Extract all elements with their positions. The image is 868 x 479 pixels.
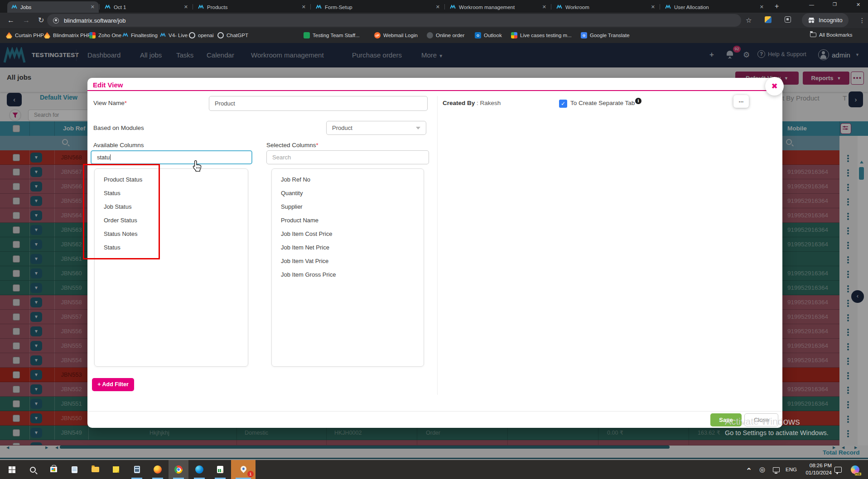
- selected-column-item[interactable]: Job Item Vat Price: [272, 254, 424, 268]
- modal-footer-divider: [87, 411, 782, 412]
- taskbar-edge-icon[interactable]: [189, 460, 209, 479]
- cpanel-icon: cP: [374, 32, 381, 38]
- tray-onedrive-icon[interactable]: ◎: [759, 460, 765, 479]
- windows-taskbar: 1 ⌃ ◎ ENG 08:26 PM01/10/2024 PRE: [0, 460, 868, 479]
- info-icon[interactable]: i: [635, 98, 641, 104]
- tab-close-icon[interactable]: ✕: [651, 4, 655, 10]
- taskbar-firefox-icon[interactable]: [148, 460, 168, 479]
- tray-network-icon[interactable]: [773, 460, 780, 479]
- window-close-button[interactable]: ✕: [856, 2, 860, 8]
- bookmark-webmail-login[interactable]: cPWebmail Login: [374, 32, 418, 38]
- taskbar-file-explorer-icon[interactable]: [85, 460, 105, 479]
- start-button[interactable]: [2, 460, 22, 479]
- app-notification-badge: 1: [247, 471, 254, 477]
- bookmark-outlook[interactable]: OOutlook: [475, 32, 502, 38]
- tray-copilot-icon[interactable]: PRE: [851, 460, 859, 479]
- tray-language[interactable]: ENG: [786, 460, 797, 479]
- outlook-icon: O: [475, 32, 481, 38]
- bookmark-label: Finaltesting: [131, 33, 158, 38]
- extensions-puzzle-icon[interactable]: [785, 16, 791, 23]
- selected-column-item[interactable]: Supplier: [272, 200, 424, 214]
- add-filter-button[interactable]: + Add Filter: [92, 378, 134, 391]
- tray-chevron-icon[interactable]: ⌃: [746, 460, 752, 479]
- wave-favicon: [105, 4, 111, 10]
- tab-close-icon[interactable]: ✕: [302, 4, 306, 10]
- bookmark-v4-live[interactable]: V4- Live: [160, 32, 188, 38]
- bookmark-star-icon[interactable]: ☆: [746, 16, 752, 25]
- taskbar-notepad-icon[interactable]: [64, 460, 84, 479]
- tracking-protection-icon[interactable]: [53, 18, 59, 24]
- tab-title: Oct 1: [114, 5, 179, 10]
- tab-close-icon[interactable]: ✕: [436, 4, 440, 10]
- window-minimize-button[interactable]: —: [809, 2, 814, 7]
- bookmark-label: Online order: [436, 33, 464, 38]
- bookmark-testing-team-staff[interactable]: Testing Team Staff...: [304, 32, 360, 38]
- new-tab-button[interactable]: +: [775, 2, 779, 10]
- selected-column-item[interactable]: Product Name: [272, 214, 424, 227]
- taskbar-sticky-notes-icon[interactable]: [106, 460, 126, 479]
- taskbar-test-app-icon[interactable]: [210, 460, 230, 479]
- taskbar-search-icon[interactable]: [23, 460, 43, 479]
- browser-tab-workroom[interactable]: Workroom✕: [552, 1, 659, 13]
- tab-title: Workroom: [565, 5, 646, 10]
- bookmark-live-cases-testing-m[interactable]: Live cases testing m...: [511, 32, 572, 38]
- sheets-icon: [304, 32, 310, 38]
- browser-tab-jobs[interactable]: Jobs✕: [7, 1, 99, 13]
- mouse-cursor: [192, 160, 202, 174]
- window-restore-button[interactable]: ❐: [833, 2, 837, 7]
- bookmark-chatgpt[interactable]: ChatGPT: [217, 32, 248, 38]
- forward-button[interactable]: →: [23, 16, 30, 25]
- taskbar-orange-app-icon[interactable]: 1: [231, 460, 256, 479]
- browser-tab-form-setup[interactable]: Form-Setup✕: [312, 1, 444, 13]
- edit-view-modal: Edit View ✖ View Name* Product Created B…: [87, 78, 782, 428]
- tray-clock[interactable]: 08:26 PM01/10/2024: [805, 462, 832, 476]
- bookmark-label: Google Translate: [590, 33, 630, 38]
- module-select[interactable]: Product: [326, 121, 426, 135]
- taskbar-chrome-icon[interactable]: [169, 460, 188, 479]
- selected-column-item[interactable]: Job Ref No: [272, 173, 424, 187]
- tray-date: 01/10/2024: [805, 469, 832, 476]
- wave-favicon: [198, 4, 204, 10]
- tab-close-icon[interactable]: ✕: [542, 4, 546, 10]
- bookmark-blindmatrix-php[interactable]: Blindmatrix PHP: [44, 32, 91, 38]
- flame-icon: [6, 32, 12, 38]
- chrome-menu-icon[interactable]: ⋮: [859, 16, 865, 25]
- selected-column-item[interactable]: Job Item Cost Price: [272, 227, 424, 241]
- bookmark-openai[interactable]: openai: [189, 32, 214, 38]
- separate-tab-label: To Create Separate Tab: [570, 96, 635, 110]
- extension-icon[interactable]: [765, 16, 772, 23]
- separate-tab-checkbox[interactable]: ✓: [559, 100, 567, 108]
- tab-close-icon[interactable]: ✕: [184, 4, 188, 10]
- reload-button[interactable]: ↻: [38, 16, 44, 25]
- modal-more-button[interactable]: ...: [733, 95, 749, 108]
- tray-notifications-icon[interactable]: [834, 460, 842, 479]
- all-bookmarks-button[interactable]: All Bookmarks: [810, 32, 853, 38]
- taskbar-store-icon[interactable]: [43, 460, 63, 479]
- modal-close-button[interactable]: ✖: [765, 77, 784, 96]
- back-button[interactable]: ←: [7, 16, 14, 25]
- tab-close-icon[interactable]: ✕: [91, 4, 95, 10]
- address-bar[interactable]: blindmatrix.software/job: [47, 14, 741, 27]
- browser-tab-oct-1[interactable]: Oct 1✕: [101, 1, 192, 13]
- bookmark-online-order[interactable]: Online order: [427, 32, 464, 38]
- bookmark-zoho-one[interactable]: Zoho One: [89, 32, 121, 38]
- selected-columns-list: Job Ref NoQuantitySupplierProduct NameJo…: [271, 168, 424, 367]
- selected-column-item[interactable]: Job Item Gross Price: [272, 268, 424, 282]
- taskbar-calculator-icon[interactable]: [127, 460, 147, 479]
- available-columns-search-input[interactable]: statu: [91, 150, 252, 164]
- openai-icon: [189, 32, 195, 38]
- bookmark-curtain-php[interactable]: Curtain PHP: [6, 32, 44, 38]
- selected-column-item[interactable]: Quantity: [272, 187, 424, 200]
- tab-close-icon[interactable]: ✕: [760, 4, 764, 10]
- bookmark-finaltesting[interactable]: Finaltesting: [122, 32, 158, 38]
- browser-tab-workroom-management[interactable]: Workroom management✕: [446, 1, 550, 13]
- created-by-label: Created By : Rakesh: [443, 96, 501, 110]
- selected-columns-search-input[interactable]: Search: [266, 150, 429, 164]
- browser-tab-user-allocation[interactable]: User Allocation✕: [661, 1, 768, 13]
- tab-title: Form-Setup: [325, 5, 431, 10]
- view-name-input[interactable]: Product: [209, 96, 428, 111]
- bookmark-google-translate[interactable]: GGoogle Translate: [581, 32, 630, 38]
- browser-tab-products[interactable]: Products✕: [194, 1, 310, 13]
- selected-column-item[interactable]: Job Item Net Price: [272, 241, 424, 254]
- activate-windows-watermark: Activate Windows: [725, 416, 800, 427]
